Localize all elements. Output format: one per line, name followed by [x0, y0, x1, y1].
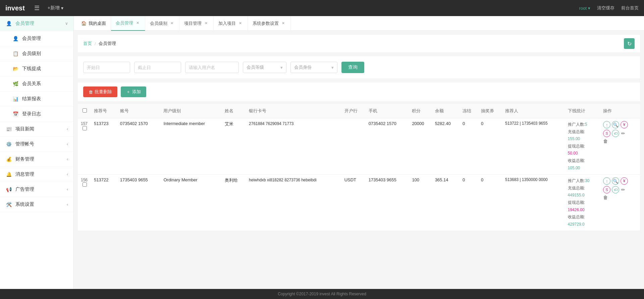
- td-row1-referrer: 513722 | 1735403 9655: [502, 118, 565, 175]
- td-row1-bank: [342, 118, 366, 175]
- sidebar-item-member-relation[interactable]: 🌿 会员关系: [0, 76, 73, 92]
- member-relation-icon: 🌿: [12, 80, 19, 87]
- new-button[interactable]: +新增 ▾: [48, 5, 63, 11]
- tab-join-project[interactable]: 加入项目 ✕: [214, 16, 248, 31]
- sidebar-item-admin-account[interactable]: ⚙️ 管理帐号 ‹: [0, 137, 73, 152]
- add-button[interactable]: ＋ 添加: [121, 86, 146, 97]
- sidebar-label-project-news: 项目新闻: [15, 126, 34, 132]
- refresh-button[interactable]: ↻: [624, 38, 635, 49]
- row2-delete-icon[interactable]: 🗑: [603, 195, 608, 200]
- tab-member-level-close[interactable]: ✕: [169, 21, 174, 26]
- user-menu[interactable]: root ▾: [579, 6, 590, 11]
- home-icon: 🏠: [81, 21, 87, 26]
- td-row2-checkbox: 156: [78, 175, 91, 231]
- row2-seq: 156: [81, 178, 88, 182]
- member-level-select-label: 会员等级: [247, 64, 264, 70]
- admin-account-icon: ⚙️: [5, 141, 12, 147]
- member-mgmt-icon: 👤: [5, 20, 12, 27]
- sidebar-item-project-news[interactable]: 📰 项目新闻 ‹: [0, 122, 73, 137]
- sidebar-item-settlement[interactable]: 📊 结算报表: [0, 92, 73, 107]
- row2-yen-icon[interactable]: ¥: [621, 177, 628, 185]
- query-button[interactable]: 查询: [341, 62, 364, 73]
- tab-member-mgmt[interactable]: 会员管理 ✕: [111, 16, 145, 31]
- start-date-input[interactable]: [83, 62, 130, 73]
- row1-delete-icon[interactable]: 🗑: [603, 138, 608, 144]
- td-row1-user-level: Intermediate member: [161, 118, 222, 175]
- tab-system-params[interactable]: 系统参数设置 ✕: [248, 16, 291, 31]
- login-log-icon: 📅: [12, 111, 19, 117]
- row1-seq: 157: [81, 121, 88, 126]
- row2-action-icons: ↑ 🔍 ¥ S 🏷 ✏: [603, 177, 637, 200]
- trash-icon: 🗑: [89, 89, 93, 95]
- row1-action-icons: ↑ 🔍 ¥ S 🏷 ✏: [603, 121, 637, 144]
- select-all-checkbox[interactable]: [83, 108, 87, 113]
- page-content: 首页 / 会员管理 ↻ 会员等级 ▾ 会员身份: [74, 31, 644, 289]
- sidebar-label-system-settings: 系统设置: [15, 201, 34, 207]
- row1-s-icon[interactable]: S: [603, 130, 610, 137]
- sidebar-item-system-settings[interactable]: 🛠️ 系统设置 ‹: [0, 197, 73, 212]
- table-row: 156 513722 1735403 9655 Ordinary Member …: [78, 175, 640, 231]
- td-row1-bank-card: 2761884 7629094 71773: [246, 118, 342, 175]
- member-table: 推荐号 账号 用户级别 姓名 银行卡号 开户行 手机 积分 余额 冻结 抽奖券: [78, 104, 640, 231]
- th-lottery: 抽奖券: [478, 104, 502, 118]
- td-row2-ref-no: 513722: [91, 175, 117, 231]
- td-row2-name: 奥利给: [222, 175, 246, 231]
- tab-member-level[interactable]: 会员级别 ✕: [145, 16, 179, 31]
- sidebar-item-login-log[interactable]: 📅 登录日志: [0, 107, 73, 122]
- td-row1-account: 0735402 1570: [117, 118, 161, 175]
- tab-project-mgmt[interactable]: 项目管理 ✕: [179, 16, 214, 31]
- sidebar-item-member-level[interactable]: 📋 会员级别: [0, 46, 73, 61]
- tab-desktop[interactable]: 🏠 我的桌面: [76, 16, 111, 31]
- end-date-input[interactable]: [134, 62, 181, 73]
- sidebar-item-finance-mgmt[interactable]: 💰 财务管理 ‹: [0, 152, 73, 167]
- td-row1-actions: ↑ 🔍 ¥ S 🏷 ✏: [600, 118, 640, 175]
- row2-s-icon[interactable]: S: [603, 186, 610, 193]
- member-role-select[interactable]: 会员身份 ▾: [290, 62, 337, 73]
- row1-tag-icon[interactable]: 🏷: [612, 130, 619, 137]
- td-row1-phone: 0735402 1570: [366, 118, 410, 175]
- sidebar-item-message-mgmt[interactable]: 🔔 消息管理 ‹: [0, 167, 73, 182]
- tab-member-mgmt-close[interactable]: ✕: [135, 20, 140, 25]
- tab-join-project-label: 加入项目: [218, 20, 236, 26]
- sidebar-label-offline-raise: 下线提成: [22, 66, 41, 72]
- menu-toggle-button[interactable]: ☰: [32, 3, 42, 13]
- row1-stats: 推广人数:5 充值总额: 155.00 提现总额: 50.00 收益总额: 10…: [568, 121, 598, 172]
- member-level-select[interactable]: 会员等级 ▾: [243, 62, 286, 73]
- row1-up-icon[interactable]: ↑: [603, 121, 610, 128]
- th-stats: 下线统计: [565, 104, 601, 118]
- sidebar-label-message-mgmt: 消息管理: [15, 171, 34, 177]
- sidebar-item-member-list[interactable]: 👤 会员管理: [0, 31, 73, 46]
- clear-cache-button[interactable]: 清空缓存: [597, 5, 614, 11]
- tab-join-project-close[interactable]: ✕: [238, 21, 243, 26]
- frontend-home-button[interactable]: 前台首页: [621, 5, 639, 11]
- row2-search-icon[interactable]: 🔍: [612, 177, 619, 185]
- row2-checkbox[interactable]: [83, 182, 87, 187]
- th-phone: 手机: [366, 104, 410, 118]
- member-level-icon: 📋: [12, 50, 19, 57]
- tab-system-params-close[interactable]: ✕: [281, 21, 286, 26]
- row2-edit-icon[interactable]: ✏: [621, 187, 625, 192]
- row1-yen-icon[interactable]: ¥: [621, 121, 628, 128]
- batch-delete-button[interactable]: 🗑 批量删除: [83, 86, 117, 97]
- breadcrumb-home[interactable]: 首页: [83, 41, 92, 47]
- td-row1-points: 20000: [409, 118, 432, 175]
- row2-up-icon[interactable]: ↑: [603, 177, 610, 185]
- row1-edit-icon[interactable]: ✏: [621, 131, 625, 136]
- topbar: invest ☰ +新增 ▾ root ▾ 清空缓存 前台首页: [0, 0, 644, 16]
- sidebar-arrow-admin-account: ‹: [67, 142, 68, 146]
- sidebar-item-ads-mgmt[interactable]: 📢 广告管理 ‹: [0, 182, 73, 197]
- td-row2-bank-card: heiwhdxb xi818282 8273736 hebeibdi: [246, 175, 342, 231]
- app-logo: invest: [5, 4, 25, 12]
- tab-project-mgmt-close[interactable]: ✕: [204, 21, 209, 26]
- row1-search-icon[interactable]: 🔍: [612, 121, 619, 128]
- th-ref-no: 推荐号: [91, 104, 117, 118]
- member-level-arrow-icon: ▾: [280, 65, 283, 70]
- sidebar-item-member-mgmt-parent[interactable]: 👤 会员管理 ∨: [0, 16, 73, 31]
- row2-tag-icon[interactable]: 🏷: [612, 186, 619, 193]
- username-input[interactable]: [185, 62, 239, 73]
- footer: Copyright ©2017-2019 invest All Rights R…: [0, 289, 644, 299]
- row1-checkbox[interactable]: [83, 126, 87, 130]
- member-table-wrapper: 推荐号 账号 用户级别 姓名 银行卡号 开户行 手机 积分 余额 冻结 抽奖券: [78, 104, 640, 231]
- offline-raise-icon: 📂: [12, 65, 19, 72]
- sidebar-item-offline-raise[interactable]: 📂 下线提成: [0, 61, 73, 76]
